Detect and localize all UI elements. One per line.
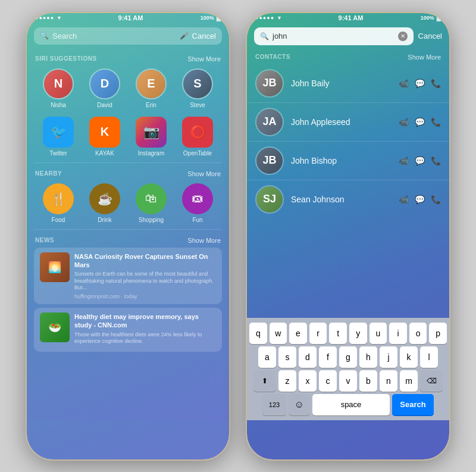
- key-s[interactable]: s: [278, 346, 296, 368]
- num-key[interactable]: 123: [262, 394, 286, 415]
- avatar-johnson: SJ: [255, 185, 284, 214]
- nearby-shopping[interactable]: 🛍 Shopping: [136, 183, 167, 223]
- video-icon-2[interactable]: 📹: [399, 117, 409, 127]
- video-icon-4[interactable]: 📹: [399, 195, 409, 204]
- key-c[interactable]: c: [319, 370, 337, 392]
- cancel-button-right[interactable]: Cancel: [418, 32, 442, 40]
- key-t[interactable]: t: [329, 323, 347, 344]
- avatar-steve: S: [182, 68, 213, 99]
- phone-icon[interactable]: 📞: [431, 79, 441, 88]
- keyboard-row-4: 123 ☺ space Search: [249, 394, 447, 415]
- signal-dots: ●●●●● ▾: [35, 15, 61, 21]
- key-l[interactable]: l: [420, 346, 438, 368]
- nearby-row: 🍴 Food ☕ Drink 🛍 Shopping 🎟 Fun: [27, 181, 229, 229]
- news-show-more[interactable]: Show More: [187, 237, 221, 244]
- phone-icon-3[interactable]: 📞: [431, 156, 441, 165]
- drink-icon: ☕: [89, 183, 120, 214]
- battery-icon: ▓: [217, 14, 221, 21]
- search-clear-button[interactable]: ✕: [398, 32, 408, 41]
- key-w[interactable]: w: [270, 323, 287, 344]
- contact-row-johnson[interactable]: SJ Sean Johnson 📹 💬 📞: [247, 180, 449, 218]
- keyboard-row-3: ⬆ z x c v b n m ⌫: [249, 370, 447, 392]
- contact-actions-johnson: 📹 💬 📞: [399, 195, 441, 204]
- video-icon-3[interactable]: 📹: [399, 156, 409, 165]
- avatar-david: D: [89, 68, 120, 99]
- battery-area: 100% ▓: [201, 14, 221, 21]
- contact-name-baily: John Baily: [291, 79, 392, 88]
- message-icon-3[interactable]: 💬: [415, 156, 425, 165]
- key-p[interactable]: p: [429, 323, 447, 344]
- search-bar-active[interactable]: 🔍 john ✕ Cancel: [254, 27, 442, 45]
- key-u[interactable]: u: [369, 323, 387, 344]
- key-e[interactable]: e: [289, 323, 307, 344]
- key-z[interactable]: z: [278, 370, 296, 392]
- contact-erin[interactable]: E Erin: [136, 68, 167, 108]
- contact-actions-baily: 📹 💬 📞: [399, 79, 441, 88]
- battery-area-right: 100% ▓: [421, 14, 441, 21]
- key-b[interactable]: b: [359, 370, 377, 392]
- app-opentable[interactable]: ⭕ OpenTable: [182, 117, 213, 157]
- contact-steve[interactable]: S Steve: [182, 68, 213, 108]
- contact-row-baily[interactable]: JB John Baily 📹 💬 📞: [247, 64, 449, 103]
- shift-key[interactable]: ⬆: [253, 370, 276, 392]
- contact-name-erin: Erin: [146, 102, 156, 108]
- key-g[interactable]: g: [339, 346, 357, 368]
- contact-name-steve: Steve: [190, 102, 205, 108]
- avatar-baily: JB: [255, 69, 284, 98]
- news-item-2[interactable]: 🥗 Healthy diet may improve memory, says …: [34, 308, 222, 352]
- mic-icon[interactable]: 🎤: [180, 32, 189, 40]
- space-key[interactable]: space: [312, 394, 390, 415]
- instagram-icon: 📷: [136, 117, 167, 148]
- news-header: NEWS Show More: [27, 233, 229, 248]
- key-d[interactable]: d: [299, 346, 317, 368]
- key-f[interactable]: f: [319, 346, 337, 368]
- app-kayak[interactable]: K KAYAK: [89, 117, 120, 157]
- kayak-icon: K: [89, 117, 120, 148]
- app-twitter[interactable]: 🐦 Twitter: [43, 117, 74, 157]
- key-x[interactable]: x: [299, 370, 317, 392]
- key-j[interactable]: j: [380, 346, 397, 368]
- emoji-key[interactable]: ☺: [289, 394, 310, 415]
- key-y[interactable]: y: [349, 323, 367, 344]
- avatar-bishop: JB: [255, 146, 284, 175]
- key-h[interactable]: h: [359, 346, 377, 368]
- news-content-1: NASA Curiosity Rover Captures Sunset On …: [74, 252, 216, 300]
- twitter-icon: 🐦: [43, 117, 74, 148]
- backspace-key[interactable]: ⌫: [420, 370, 443, 392]
- right-phone: ●●●●● ▾ 9:41 AM 100% ▓ 🔍 john ✕ Cancel C…: [247, 13, 449, 460]
- key-k[interactable]: k: [400, 346, 418, 368]
- news-item-1[interactable]: 🌅 NASA Curiosity Rover Captures Sunset O…: [34, 248, 222, 305]
- nearby-food[interactable]: 🍴 Food: [43, 183, 74, 223]
- contact-david[interactable]: D David: [89, 68, 120, 108]
- key-q[interactable]: q: [249, 323, 267, 344]
- message-icon[interactable]: 💬: [415, 79, 425, 88]
- key-o[interactable]: o: [409, 323, 427, 344]
- key-n[interactable]: n: [380, 370, 397, 392]
- key-r[interactable]: r: [309, 323, 327, 344]
- key-a[interactable]: a: [258, 346, 276, 368]
- search-input[interactable]: john: [273, 32, 394, 40]
- contact-row-bishop[interactable]: JB John Bishop 📹 💬 📞: [247, 142, 449, 180]
- phone-icon-2[interactable]: 📞: [431, 117, 441, 127]
- contacts-show-more[interactable]: Show More: [408, 54, 441, 61]
- search-button[interactable]: Search: [392, 394, 434, 415]
- key-v[interactable]: v: [339, 370, 357, 392]
- video-icon[interactable]: 📹: [399, 79, 409, 88]
- siri-show-more[interactable]: Show More: [187, 55, 221, 62]
- nearby-drink[interactable]: ☕ Drink: [89, 183, 120, 223]
- message-icon-2[interactable]: 💬: [415, 117, 425, 127]
- key-i[interactable]: i: [389, 323, 407, 344]
- contact-nisha[interactable]: N Nisha: [43, 68, 74, 108]
- nearby-fun[interactable]: 🎟 Fun: [182, 183, 213, 223]
- search-icon-active: 🔍: [260, 32, 269, 40]
- phone-icon-4[interactable]: 📞: [431, 195, 441, 204]
- news-section: 🌅 NASA Curiosity Rover Captures Sunset O…: [27, 248, 229, 352]
- cancel-button[interactable]: Cancel: [192, 32, 216, 40]
- message-icon-4[interactable]: 💬: [415, 195, 425, 204]
- nearby-show-more[interactable]: Show More: [187, 170, 221, 177]
- contact-row-appleseed[interactable]: JA John Appleseed 📹 💬 📞: [247, 103, 449, 142]
- app-instagram[interactable]: 📷 Instagram: [136, 117, 167, 157]
- key-m[interactable]: m: [400, 370, 418, 392]
- search-bar[interactable]: 🔍 Search 🎤 Cancel: [34, 27, 222, 45]
- divider-1: [34, 162, 222, 163]
